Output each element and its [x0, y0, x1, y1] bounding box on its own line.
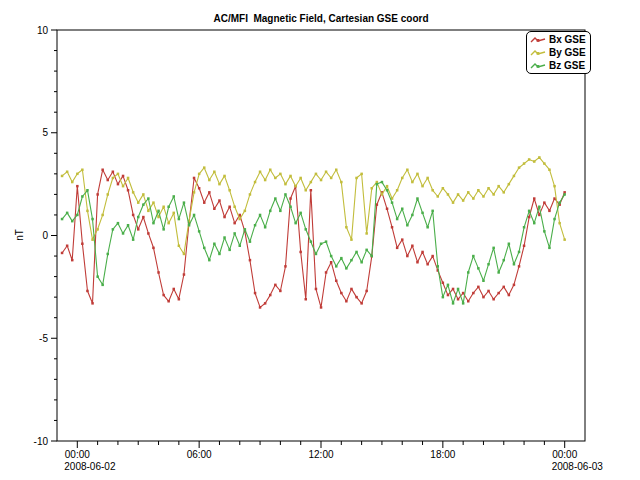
series-bz-marker: [386, 189, 389, 192]
series-bx-marker: [503, 286, 506, 289]
series-bz-marker: [162, 228, 165, 231]
series-by-marker: [81, 169, 84, 172]
series-bz-marker: [112, 228, 115, 231]
y-tick-label: 5: [42, 127, 48, 138]
series-bz-marker: [193, 214, 196, 217]
series-by-marker: [365, 232, 368, 235]
series-by-marker: [183, 253, 186, 256]
series-bx-marker: [101, 169, 104, 172]
series-bz-marker: [152, 222, 155, 225]
series-bz-marker: [330, 255, 333, 257]
series-by-marker: [497, 185, 500, 188]
series-bz-marker: [223, 236, 226, 239]
series-by-marker: [254, 181, 256, 184]
series-bz-marker: [457, 288, 460, 291]
series-by-marker: [472, 197, 475, 200]
series-by-marker: [401, 177, 404, 180]
series-bz-marker: [157, 210, 160, 213]
series-bz-marker: [355, 251, 358, 254]
series-bz-marker: [503, 259, 506, 262]
series-bz-marker: [61, 218, 64, 221]
series-by-marker: [244, 210, 247, 213]
series-bx-marker: [477, 286, 480, 289]
series-bx-marker: [223, 216, 226, 219]
series-bx-marker: [396, 247, 399, 250]
series-by-marker: [345, 226, 348, 229]
series-bx-marker: [249, 259, 252, 262]
series-by-marker: [315, 173, 318, 176]
series-bz-marker: [305, 228, 308, 231]
series-bz-marker: [249, 240, 252, 243]
series-bz-marker: [299, 212, 302, 215]
series-bz-marker: [244, 228, 247, 231]
series-bz-marker: [340, 257, 343, 260]
series-bx-marker: [548, 210, 551, 213]
series-by-marker: [249, 193, 252, 196]
series-by-marker: [284, 183, 287, 186]
series-bx-marker: [472, 292, 475, 295]
series-bz-marker: [538, 206, 541, 209]
series-by-marker: [147, 210, 150, 213]
series-bx-marker: [442, 282, 445, 285]
series-bx-marker: [112, 171, 115, 174]
series-bz-marker: [492, 247, 495, 250]
series-bz-marker: [523, 226, 526, 229]
series-by-marker: [96, 228, 99, 231]
series-by-marker: [218, 183, 221, 186]
series-by-marker: [264, 179, 267, 182]
series-bx-marker: [391, 226, 394, 229]
series-bx-marker: [132, 214, 135, 217]
series-by-marker: [173, 212, 176, 215]
series-bx-marker: [91, 302, 94, 305]
x-tick-label: 00:00: [65, 449, 90, 460]
series-bz-marker: [228, 249, 231, 252]
series-bx-marker: [117, 183, 120, 186]
series-bz-marker: [558, 201, 561, 204]
series-by-marker: [76, 173, 79, 176]
series-by-marker: [325, 171, 328, 174]
series-by-marker: [558, 222, 561, 225]
series-bx-marker: [426, 263, 429, 266]
series-by-marker: [213, 171, 216, 174]
series-bz-marker: [294, 222, 297, 225]
series-bx-marker: [315, 288, 318, 291]
series-bx-marker: [264, 302, 267, 305]
series-bx-marker: [462, 292, 465, 295]
series-bz-marker: [401, 208, 404, 211]
series-by-marker: [442, 187, 445, 190]
series-bz-marker: [528, 210, 531, 213]
series-bx-marker: [553, 197, 556, 200]
series-bz-marker: [289, 206, 292, 209]
plot-canvas: AC/MFI Magnetic Field, Cartesian GSE coo…: [0, 0, 640, 480]
series-bz-marker: [147, 197, 150, 200]
series-by-marker: [259, 171, 262, 174]
series-by-marker: [477, 189, 480, 192]
series-bz-marker: [360, 261, 363, 264]
series-by-marker: [305, 189, 308, 192]
series-bx-marker: [340, 292, 343, 295]
series-bx-marker: [528, 216, 531, 219]
series-bz-marker: [254, 224, 256, 227]
series-by-marker: [371, 187, 374, 190]
series-bz-marker: [335, 265, 338, 268]
series-by-marker: [518, 166, 521, 169]
series-bz-marker: [381, 181, 384, 184]
series-bx-marker: [279, 290, 282, 293]
series-bz-marker: [127, 224, 130, 227]
series-by-marker: [452, 201, 455, 204]
series-bz-marker: [218, 253, 221, 256]
series-bz-marker: [86, 189, 89, 192]
series-bz-marker: [548, 247, 551, 250]
series-bx-marker: [360, 302, 363, 305]
series-bx-marker: [86, 290, 89, 293]
series-bx-marker: [345, 300, 348, 303]
series-bx-marker: [228, 206, 231, 209]
series-bz-marker: [310, 240, 313, 243]
series-by-marker: [294, 185, 297, 188]
series-bx-marker: [76, 185, 79, 188]
series-by-marker: [132, 191, 135, 194]
series-bx-marker: [320, 306, 323, 309]
series-bz-marker: [431, 210, 434, 213]
series-bx-marker: [173, 288, 176, 291]
series-bz-marker: [96, 275, 99, 278]
